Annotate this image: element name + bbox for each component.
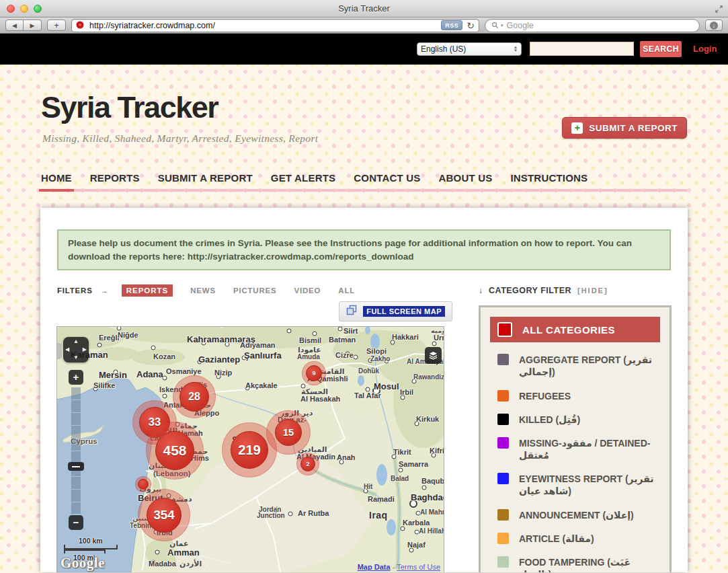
map-pan-control[interactable]: ▲ ▼ ◀ ▶ (63, 337, 89, 362)
cluster-count: 9 (306, 365, 322, 381)
map-label: Bismil (299, 336, 321, 344)
map-label: Iraq (369, 510, 388, 521)
category-item[interactable]: MISSING-مفقود / DETAINED-مُعتقل (497, 437, 660, 461)
reload-icon[interactable]: ↻ (467, 21, 475, 30)
browser-search-field[interactable]: ▾ (485, 19, 700, 32)
map-label: Kozan (153, 352, 175, 360)
filter-option[interactable]: REPORTS (122, 284, 173, 297)
pan-right-icon[interactable]: ▶ (83, 347, 87, 352)
filter-options: REPORTSNEWSPICTURESVIDEOALL (122, 284, 355, 297)
hide-toggle[interactable]: [HIDE] (577, 286, 608, 295)
nav-item[interactable]: CONTACT US (354, 172, 420, 184)
map-label: Al Mahm (420, 508, 444, 516)
address-bar[interactable]: RSS ↻ (71, 19, 479, 32)
filter-option[interactable]: PICTURES (233, 286, 277, 295)
map-label: Ar Rutba (298, 509, 329, 517)
filters-bar: FILTERS → REPORTSNEWSPICTURESVIDEOALL (57, 284, 444, 297)
nav-item[interactable]: GET ALERTS (271, 172, 335, 184)
category-list: AGGREGATE REPORT (تقرير إجمالي) REFUGEES… (490, 354, 660, 572)
zoom-out-button[interactable]: − (69, 515, 83, 530)
category-item[interactable]: REFUGEES (497, 390, 660, 402)
map-label: Tal Afar (354, 391, 381, 399)
map-city-marker (313, 332, 317, 336)
map-city-marker (287, 329, 292, 334)
map-label: Junction (257, 512, 285, 519)
category-item[interactable]: FOOD TAMPERING (عَبَث بالغذاء) (497, 556, 660, 572)
terms-link[interactable]: Terms of Use (397, 563, 440, 571)
map-label: Adıyaman (240, 341, 276, 349)
map-city-marker (354, 355, 358, 360)
pan-down-icon[interactable]: ▼ (73, 355, 79, 360)
category-item[interactable]: ARTICLE (مقالة) (497, 533, 660, 545)
nav-item[interactable]: HOME (41, 172, 72, 184)
site-search-button[interactable]: SEARCH (640, 41, 682, 57)
pan-up-icon[interactable]: ▲ (73, 339, 79, 344)
forward-button[interactable]: ▶ (24, 20, 42, 31)
nav-item[interactable]: SUBMIT A REPORT (158, 172, 253, 184)
downloads-button[interactable]: ↓ (705, 20, 723, 31)
site-title: Syria Tracker (41, 90, 218, 125)
expand-icon[interactable] (715, 4, 723, 16)
map-label: Dohuk (358, 367, 379, 375)
cluster-count: 458 (155, 431, 194, 470)
nav-item[interactable]: INSTRUCTIONS (510, 172, 588, 184)
map-layers-button[interactable] (425, 347, 442, 364)
map-label: Hakkari (392, 333, 419, 341)
map-label: Niğde (118, 331, 138, 339)
filter-option[interactable]: NEWS (190, 286, 216, 295)
map-label: الأردن (179, 560, 202, 568)
map-label: Şanlıurfa (244, 350, 282, 360)
category-item[interactable]: AGGREGATE REPORT (تقرير إجمالي) (497, 354, 660, 378)
language-select[interactable]: English (US) ▲▼ (417, 42, 522, 56)
zoom-in-button[interactable]: + (69, 370, 83, 385)
map-label: Mosul (374, 381, 399, 391)
url-input[interactable] (88, 20, 437, 31)
map-label: Batman (329, 336, 356, 344)
map-side-tab[interactable] (57, 343, 62, 359)
map-label: Amuda (297, 353, 320, 360)
zoom-slider-handle[interactable] (68, 462, 84, 471)
map-label: Kifri (430, 447, 444, 455)
map-label: Silopi (366, 347, 387, 355)
category-swatch (497, 437, 509, 449)
main-nav: HOMEREPORTSSUBMIT A REPORTGET ALERTSCONT… (41, 172, 687, 192)
map-label: Al Hillah (419, 527, 444, 535)
window-title: Syria Tracker (0, 3, 728, 13)
filter-option[interactable]: VIDEO (294, 286, 321, 295)
browser-search-input[interactable] (505, 20, 693, 31)
cluster-count (138, 479, 149, 490)
full-screen-map-button[interactable]: FULL SCREEN MAP (339, 301, 452, 321)
select-stepper-icon: ▲▼ (514, 46, 518, 52)
login-link[interactable]: Login (693, 44, 717, 54)
site-search-input[interactable] (530, 42, 634, 56)
nav-item[interactable]: REPORTS (90, 172, 140, 184)
category-item[interactable]: ANNOUNCEMENT (إعلان) (497, 509, 660, 521)
map-label: Madaba (149, 560, 176, 568)
cluster-count: 354 (147, 498, 181, 533)
rss-badge[interactable]: RSS (441, 20, 462, 30)
back-button[interactable]: ◀ (5, 20, 24, 31)
zoom-slider-track[interactable] (71, 387, 81, 514)
category-filter-title: CATEGORY FILTER (489, 286, 571, 295)
download-icon: ↓ (710, 22, 718, 30)
pan-left-icon[interactable]: ◀ (65, 347, 69, 352)
map-label: Baghdad (411, 492, 444, 502)
map-label: Cizre (335, 351, 354, 359)
category-item[interactable]: KILLED (قُتِل) (497, 414, 660, 426)
google-logo: Google (60, 555, 105, 572)
map-label: Akçakale (245, 381, 278, 389)
all-categories-swatch (497, 322, 512, 337)
filter-option[interactable]: ALL (338, 286, 355, 295)
map-label: Ramadi (368, 495, 395, 503)
submit-report-button[interactable]: + SUBMIT A REPORT (562, 117, 687, 139)
nav-item[interactable]: ABOUT US (438, 172, 492, 184)
category-item[interactable]: EYEWITNESS REPORT (تقرير شاهد عيان) (497, 473, 660, 497)
new-tab-button[interactable]: + (47, 20, 66, 31)
map-data-link[interactable]: Map Data (358, 563, 391, 571)
all-categories-item[interactable]: ALL CATEGORIES (490, 317, 660, 342)
crisis-map[interactable]: EreğliNiğdeKahramanmaraşAdıyamanŞanlıurf… (57, 327, 444, 572)
search-options-caret[interactable]: ▾ (501, 23, 503, 28)
site-favicon (76, 20, 84, 32)
map-label: Kirkuk (416, 415, 439, 423)
cluster-count: 15 (275, 419, 302, 446)
